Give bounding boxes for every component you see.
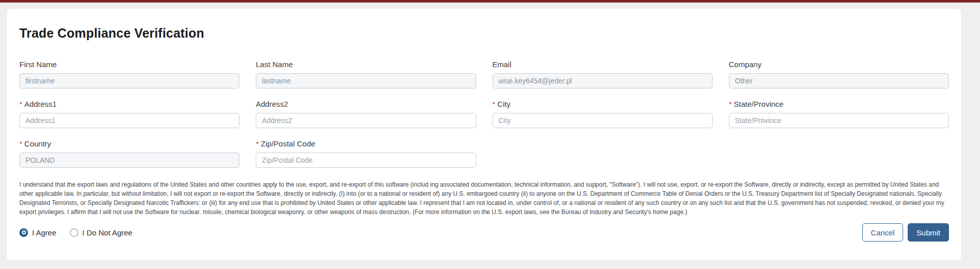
cancel-button[interactable]: Cancel — [862, 223, 904, 242]
company-input — [729, 73, 949, 88]
first-name-label: First Name — [19, 60, 239, 69]
required-asterisk: * — [256, 139, 259, 148]
address2-input[interactable] — [256, 113, 476, 128]
field-company: Company — [729, 60, 949, 88]
required-asterisk: * — [493, 100, 496, 108]
field-first-name: First Name — [19, 60, 239, 88]
i-agree-radio-icon[interactable] — [19, 228, 28, 237]
form-grid: First Name Last Name Email Company *Addr… — [19, 60, 949, 168]
company-label: Company — [729, 60, 949, 69]
field-email: Email — [493, 60, 713, 88]
bottom-row: I Agree I Do Not Agree Cancel Submit — [19, 223, 949, 242]
first-name-input — [19, 73, 239, 88]
field-city: *City — [493, 100, 713, 128]
city-label: *City — [493, 100, 713, 108]
country-input — [19, 153, 239, 168]
city-input[interactable] — [493, 113, 713, 128]
field-zip-postal-code: *Zip/Postal Code — [256, 139, 476, 168]
field-address1: *Address1 — [19, 100, 239, 128]
field-last-name: Last Name — [256, 60, 476, 88]
agreement-radio-group: I Agree I Do Not Agree — [19, 228, 132, 237]
required-asterisk: * — [19, 100, 22, 108]
address2-label: Address2 — [256, 100, 476, 108]
required-asterisk: * — [19, 139, 22, 148]
last-name-input — [256, 73, 476, 88]
email-input — [493, 73, 713, 88]
zip-postal-code-input[interactable] — [256, 153, 476, 168]
state-province-label: *State/Province — [729, 100, 949, 108]
state-province-input[interactable] — [729, 113, 949, 128]
i-agree-label: I Agree — [32, 228, 57, 237]
trade-compliance-card: Trade Compliance Verification First Name… — [6, 8, 962, 261]
radio-option-i-agree[interactable]: I Agree — [19, 228, 57, 237]
field-state-province: *State/Province — [729, 100, 949, 128]
field-country: *Country — [19, 139, 239, 168]
i-do-not-agree-radio-icon[interactable] — [70, 228, 78, 237]
country-label: *Country — [19, 139, 239, 148]
address1-input[interactable] — [19, 113, 239, 128]
last-name-label: Last Name — [256, 60, 476, 69]
zip-postal-code-label: *Zip/Postal Code — [256, 139, 476, 148]
field-address2: Address2 — [256, 100, 476, 128]
email-label: Email — [493, 60, 713, 69]
required-asterisk: * — [729, 100, 732, 108]
i-do-not-agree-label: I Do Not Agree — [83, 228, 132, 237]
top-accent-bar — [0, 0, 980, 3]
page-title: Trade Compliance Verification — [19, 26, 949, 41]
radio-option-i-do-not-agree[interactable]: I Do Not Agree — [70, 228, 132, 237]
submit-button[interactable]: Submit — [908, 223, 949, 242]
action-buttons: Cancel Submit — [862, 223, 949, 242]
address1-label: *Address1 — [19, 100, 239, 108]
export-compliance-legal-text: I understand that the export laws and re… — [19, 180, 949, 217]
